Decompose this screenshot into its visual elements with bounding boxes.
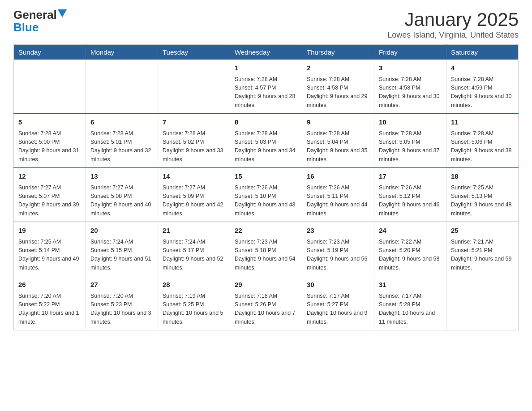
day-info: Sunrise: 7:23 AMSunset: 5:18 PMDaylight:… bbox=[235, 238, 297, 273]
calendar-cell: 20Sunrise: 7:24 AMSunset: 5:15 PMDayligh… bbox=[86, 222, 158, 276]
day-info: Sunrise: 7:18 AMSunset: 5:26 PMDaylight:… bbox=[235, 292, 297, 327]
day-info: Sunrise: 7:26 AMSunset: 5:11 PMDaylight:… bbox=[307, 184, 369, 218]
week-row-0: 1Sunrise: 7:28 AMSunset: 4:57 PMDaylight… bbox=[14, 60, 519, 114]
calendar-header-row: SundayMondayTuesdayWednesdayThursdayFrid… bbox=[14, 45, 519, 60]
calendar-cell: 24Sunrise: 7:22 AMSunset: 5:20 PMDayligh… bbox=[374, 222, 446, 276]
title-section: January 2025 Lowes Island, Virginia, Uni… bbox=[387, 9, 519, 40]
day-number: 20 bbox=[90, 226, 153, 236]
day-info: Sunrise: 7:27 AMSunset: 5:07 PMDaylight:… bbox=[18, 184, 81, 218]
day-info: Sunrise: 7:25 AMSunset: 5:14 PMDaylight:… bbox=[18, 238, 81, 273]
day-info: Sunrise: 7:28 AMSunset: 5:06 PMDaylight:… bbox=[451, 129, 514, 164]
day-number: 13 bbox=[90, 171, 153, 182]
day-info: Sunrise: 7:22 AMSunset: 5:20 PMDaylight:… bbox=[379, 238, 442, 273]
day-number: 5 bbox=[18, 117, 81, 128]
day-info: Sunrise: 7:21 AMSunset: 5:21 PMDaylight:… bbox=[451, 238, 514, 273]
week-row-4: 26Sunrise: 7:20 AMSunset: 5:22 PMDayligh… bbox=[14, 276, 519, 330]
day-info: Sunrise: 7:24 AMSunset: 5:15 PMDaylight:… bbox=[90, 238, 153, 273]
day-info: Sunrise: 7:28 AMSunset: 4:58 PMDaylight:… bbox=[307, 75, 369, 110]
day-info: Sunrise: 7:28 AMSunset: 5:02 PMDaylight:… bbox=[163, 129, 225, 164]
day-header-tuesday: Tuesday bbox=[158, 45, 230, 60]
day-header-sunday: Sunday bbox=[14, 45, 86, 60]
calendar-cell bbox=[14, 60, 86, 114]
calendar-cell: 30Sunrise: 7:17 AMSunset: 5:27 PMDayligh… bbox=[302, 276, 374, 330]
day-number: 14 bbox=[163, 171, 225, 182]
calendar-cell: 4Sunrise: 7:28 AMSunset: 4:59 PMDaylight… bbox=[446, 60, 519, 114]
calendar-cell: 12Sunrise: 7:27 AMSunset: 5:07 PMDayligh… bbox=[14, 168, 86, 222]
day-header-friday: Friday bbox=[374, 45, 446, 60]
week-row-3: 19Sunrise: 7:25 AMSunset: 5:14 PMDayligh… bbox=[14, 222, 519, 276]
day-info: Sunrise: 7:25 AMSunset: 5:13 PMDaylight:… bbox=[451, 184, 514, 218]
calendar-cell bbox=[86, 60, 158, 114]
logo-arrow-icon bbox=[58, 9, 67, 17]
day-number: 26 bbox=[18, 280, 81, 290]
day-number: 31 bbox=[379, 280, 442, 290]
calendar-cell: 23Sunrise: 7:23 AMSunset: 5:19 PMDayligh… bbox=[302, 222, 374, 276]
calendar-cell: 1Sunrise: 7:28 AMSunset: 4:57 PMDaylight… bbox=[230, 60, 302, 114]
day-info: Sunrise: 7:19 AMSunset: 5:25 PMDaylight:… bbox=[163, 292, 225, 327]
calendar-cell: 22Sunrise: 7:23 AMSunset: 5:18 PMDayligh… bbox=[230, 222, 302, 276]
day-number: 19 bbox=[18, 226, 81, 236]
day-number: 25 bbox=[451, 226, 514, 236]
day-info: Sunrise: 7:24 AMSunset: 5:17 PMDaylight:… bbox=[163, 238, 225, 273]
calendar-cell: 31Sunrise: 7:17 AMSunset: 5:28 PMDayligh… bbox=[374, 276, 446, 330]
day-number: 22 bbox=[235, 226, 297, 236]
day-info: Sunrise: 7:28 AMSunset: 5:01 PMDaylight:… bbox=[90, 129, 153, 164]
calendar-cell: 2Sunrise: 7:28 AMSunset: 4:58 PMDaylight… bbox=[302, 60, 374, 114]
calendar-cell: 9Sunrise: 7:28 AMSunset: 5:04 PMDaylight… bbox=[302, 114, 374, 168]
day-info: Sunrise: 7:28 AMSunset: 4:58 PMDaylight:… bbox=[379, 75, 442, 110]
day-number: 18 bbox=[451, 171, 514, 182]
day-info: Sunrise: 7:28 AMSunset: 5:00 PMDaylight:… bbox=[18, 129, 81, 164]
day-number: 28 bbox=[163, 280, 225, 290]
calendar-table: SundayMondayTuesdayWednesdayThursdayFrid… bbox=[13, 44, 519, 330]
day-info: Sunrise: 7:17 AMSunset: 5:27 PMDaylight:… bbox=[307, 292, 369, 327]
day-number: 8 bbox=[235, 117, 297, 128]
day-info: Sunrise: 7:28 AMSunset: 5:05 PMDaylight:… bbox=[379, 129, 442, 164]
day-number: 7 bbox=[163, 117, 225, 128]
calendar-cell: 16Sunrise: 7:26 AMSunset: 5:11 PMDayligh… bbox=[302, 168, 374, 222]
day-info: Sunrise: 7:28 AMSunset: 4:59 PMDaylight:… bbox=[451, 75, 514, 110]
calendar-cell: 15Sunrise: 7:26 AMSunset: 5:10 PMDayligh… bbox=[230, 168, 302, 222]
day-number: 3 bbox=[379, 63, 442, 73]
calendar-cell bbox=[446, 276, 519, 330]
day-number: 2 bbox=[307, 63, 369, 73]
day-info: Sunrise: 7:23 AMSunset: 5:19 PMDaylight:… bbox=[307, 238, 369, 273]
day-number: 16 bbox=[307, 171, 369, 182]
day-number: 23 bbox=[307, 226, 369, 236]
day-number: 24 bbox=[379, 226, 442, 236]
day-info: Sunrise: 7:26 AMSunset: 5:10 PMDaylight:… bbox=[235, 184, 297, 218]
day-number: 21 bbox=[163, 226, 225, 236]
calendar-cell: 11Sunrise: 7:28 AMSunset: 5:06 PMDayligh… bbox=[446, 114, 519, 168]
calendar-cell: 19Sunrise: 7:25 AMSunset: 5:14 PMDayligh… bbox=[14, 222, 86, 276]
calendar-cell: 18Sunrise: 7:25 AMSunset: 5:13 PMDayligh… bbox=[446, 168, 519, 222]
calendar-cell: 5Sunrise: 7:28 AMSunset: 5:00 PMDaylight… bbox=[14, 114, 86, 168]
calendar-cell: 3Sunrise: 7:28 AMSunset: 4:58 PMDaylight… bbox=[374, 60, 446, 114]
day-info: Sunrise: 7:26 AMSunset: 5:12 PMDaylight:… bbox=[379, 184, 442, 218]
day-number: 10 bbox=[379, 117, 442, 128]
day-number: 6 bbox=[90, 117, 153, 128]
calendar-cell: 21Sunrise: 7:24 AMSunset: 5:17 PMDayligh… bbox=[158, 222, 230, 276]
day-header-saturday: Saturday bbox=[446, 45, 519, 60]
calendar-cell: 25Sunrise: 7:21 AMSunset: 5:21 PMDayligh… bbox=[446, 222, 519, 276]
day-header-wednesday: Wednesday bbox=[230, 45, 302, 60]
calendar-cell: 14Sunrise: 7:27 AMSunset: 5:09 PMDayligh… bbox=[158, 168, 230, 222]
day-info: Sunrise: 7:27 AMSunset: 5:08 PMDaylight:… bbox=[90, 184, 153, 218]
calendar-cell: 28Sunrise: 7:19 AMSunset: 5:25 PMDayligh… bbox=[158, 276, 230, 330]
day-info: Sunrise: 7:20 AMSunset: 5:22 PMDaylight:… bbox=[18, 292, 81, 327]
day-number: 4 bbox=[451, 63, 514, 73]
calendar-cell: 10Sunrise: 7:28 AMSunset: 5:05 PMDayligh… bbox=[374, 114, 446, 168]
day-header-thursday: Thursday bbox=[302, 45, 374, 60]
svg-marker-0 bbox=[58, 9, 67, 17]
day-number: 1 bbox=[235, 63, 297, 73]
calendar-cell: 8Sunrise: 7:28 AMSunset: 5:03 PMDaylight… bbox=[230, 114, 302, 168]
calendar-cell: 27Sunrise: 7:20 AMSunset: 5:23 PMDayligh… bbox=[86, 276, 158, 330]
day-number: 9 bbox=[307, 117, 369, 128]
day-info: Sunrise: 7:28 AMSunset: 4:57 PMDaylight:… bbox=[235, 75, 297, 110]
calendar-cell: 26Sunrise: 7:20 AMSunset: 5:22 PMDayligh… bbox=[14, 276, 86, 330]
day-info: Sunrise: 7:17 AMSunset: 5:28 PMDaylight:… bbox=[379, 292, 442, 327]
month-title: January 2025 bbox=[387, 9, 519, 30]
day-info: Sunrise: 7:28 AMSunset: 5:03 PMDaylight:… bbox=[235, 129, 297, 164]
logo-general-text: General bbox=[13, 9, 57, 21]
calendar-cell: 6Sunrise: 7:28 AMSunset: 5:01 PMDaylight… bbox=[86, 114, 158, 168]
day-number: 17 bbox=[379, 171, 442, 182]
day-info: Sunrise: 7:20 AMSunset: 5:23 PMDaylight:… bbox=[90, 292, 153, 327]
